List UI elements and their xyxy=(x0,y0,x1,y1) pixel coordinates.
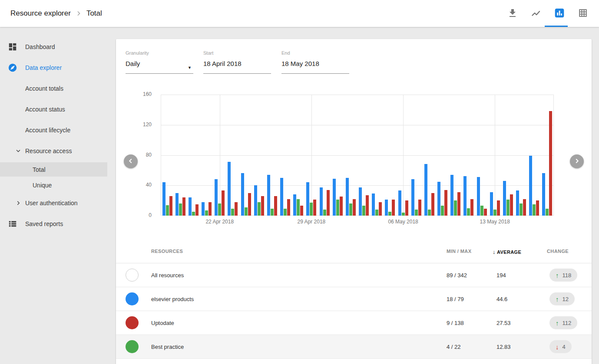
sidebar-item-label: Total xyxy=(33,166,46,173)
chevron-right-icon xyxy=(15,200,22,207)
chevron-right-icon xyxy=(74,9,83,18)
sidebar-item-saved-reports[interactable]: Saved reports xyxy=(0,213,107,234)
change-badge: ↑ 112 xyxy=(549,316,577,329)
table-row-best-practice[interactable]: Best practice 4 / 22 12.83 ↓ 4 xyxy=(116,335,592,359)
series-swatch[interactable] xyxy=(126,269,139,282)
chevron-left-icon xyxy=(127,157,134,166)
sidebar-item-label: Account totals xyxy=(25,85,63,92)
y-axis-tick-label: 40 xyxy=(129,182,152,188)
resource-name: All resources xyxy=(151,272,184,279)
bar-chart-plot xyxy=(161,95,554,216)
granularity-label: Granularity xyxy=(126,50,149,56)
header-average[interactable]: ↓ AVERAGE xyxy=(493,249,521,255)
sidebar-item-label: Unique xyxy=(33,182,52,189)
chart-scroll-right-button[interactable] xyxy=(570,154,584,168)
x-axis-tick-label: 22 Apr 2018 xyxy=(194,219,246,225)
sidebar-item-label: Dashboard xyxy=(25,43,55,50)
sidebar-item-total[interactable]: Total xyxy=(0,162,107,177)
dropdown-caret-icon: ▼ xyxy=(188,66,192,70)
change-value: 12 xyxy=(563,296,569,302)
resource-name: Uptodate xyxy=(151,320,174,326)
x-axis-tick-label: 06 May 2018 xyxy=(377,219,429,225)
sidebar-item-label: Data explorer xyxy=(25,64,62,71)
bar-chart-view-button[interactable] xyxy=(551,5,568,22)
sidebar: Dashboard Data explorer Account totals A… xyxy=(0,27,116,364)
table-row-elsevier-products[interactable]: elsevier products 18 / 79 44.6 ↑ 12 xyxy=(116,287,592,311)
sidebar-item-unique[interactable]: Unique xyxy=(0,178,107,192)
download-icon xyxy=(507,8,518,20)
start-date-field[interactable]: Start 18 April 2018 xyxy=(203,49,271,74)
arrow-up-icon: ↑ xyxy=(556,272,559,279)
chart-x-axis: 22 Apr 201829 Apr 201806 May 201813 May … xyxy=(161,219,554,226)
sidebar-item-resource-access[interactable]: Resource access xyxy=(0,141,107,161)
min-max-value: 9 / 138 xyxy=(447,320,464,326)
table-header: RESOURCES MIN / MAX ↓ AVERAGE CHANGE xyxy=(116,241,592,263)
sidebar-item-label: User authentication xyxy=(25,200,78,207)
average-value: 27.53 xyxy=(496,320,511,326)
end-date-value: 18 May 2018 xyxy=(281,60,319,67)
report-card: Granularity Daily ▼ Start 18 April 2018 … xyxy=(116,39,592,364)
min-max-value: 89 / 342 xyxy=(447,272,467,279)
top-bar: Resource explorer Total xyxy=(0,0,599,27)
change-badge: ↓ 4 xyxy=(549,340,572,353)
saved-reports-icon xyxy=(8,219,17,229)
sidebar-item-user-authentication[interactable]: User authentication xyxy=(0,193,107,213)
x-axis-tick-label: 29 Apr 2018 xyxy=(285,219,338,225)
breadcrumb: Resource explorer Total xyxy=(10,0,102,27)
series-swatch[interactable] xyxy=(126,316,139,329)
sidebar-item-account-lifecycle[interactable]: Account lifecycle xyxy=(0,120,107,141)
sidebar-item-data-explorer[interactable]: Data explorer xyxy=(0,57,107,78)
header-resources[interactable]: RESOURCES xyxy=(151,249,183,254)
sidebar-item-account-totals[interactable]: Account totals xyxy=(0,78,107,99)
arrow-up-icon: ↑ xyxy=(556,319,559,327)
arrow-down-icon: ↓ xyxy=(556,343,559,351)
average-value: 12.83 xyxy=(496,344,511,350)
table-view-button[interactable] xyxy=(574,5,592,22)
resource-name: elsevier products xyxy=(151,296,194,302)
granularity-value: Daily xyxy=(126,60,140,67)
chevron-right-icon xyxy=(573,157,580,166)
sidebar-item-dashboard[interactable]: Dashboard xyxy=(0,36,107,57)
header-min-max[interactable]: MIN / MAX xyxy=(447,249,471,254)
sidebar-item-label: Resource access xyxy=(25,148,72,154)
download-button[interactable] xyxy=(504,5,521,22)
active-view-indicator xyxy=(545,26,568,27)
sort-descending-icon: ↓ xyxy=(493,249,496,255)
y-axis-tick-label: 0 xyxy=(129,212,152,218)
change-badge: ↑ 12 xyxy=(549,292,575,305)
series-swatch[interactable] xyxy=(126,340,139,353)
arrow-up-icon: ↑ xyxy=(556,295,559,303)
change-value: 4 xyxy=(563,344,566,350)
table-grid-icon xyxy=(578,8,588,20)
sidebar-item-account-status[interactable]: Account status xyxy=(0,99,107,120)
explore-icon xyxy=(8,63,17,72)
start-date-value: 18 April 2018 xyxy=(203,60,242,67)
change-value: 118 xyxy=(563,272,572,279)
topbar-actions xyxy=(504,5,592,22)
series-swatch[interactable] xyxy=(126,292,139,305)
y-axis-tick-label: 160 xyxy=(129,91,152,97)
end-date-label: End xyxy=(281,50,290,56)
sidebar-item-label: Account lifecycle xyxy=(25,127,70,134)
min-max-value: 4 / 22 xyxy=(447,344,461,350)
change-badge: ↑ 118 xyxy=(549,269,577,282)
breadcrumb-section[interactable]: Resource explorer xyxy=(10,9,71,18)
average-value: 44.6 xyxy=(496,296,507,302)
sidebar-item-label: Account status xyxy=(25,106,65,113)
breadcrumb-page: Total xyxy=(86,9,102,18)
line-chart-icon xyxy=(531,8,541,20)
average-value: 194 xyxy=(496,272,506,279)
header-average-label: AVERAGE xyxy=(497,249,521,255)
header-change[interactable]: CHANGE xyxy=(547,249,569,254)
table-row-uptodate[interactable]: Uptodate 9 / 138 27.53 ↑ 112 xyxy=(116,311,592,335)
y-axis-tick-label: 120 xyxy=(129,121,152,128)
line-chart-view-button[interactable] xyxy=(527,5,545,22)
bar-chart-icon xyxy=(554,7,565,20)
end-date-field[interactable]: End 18 May 2018 xyxy=(281,49,349,74)
sidebar-item-label: Saved reports xyxy=(25,220,63,227)
table-row-all-resources[interactable]: All resources 89 / 342 194 ↑ 118 xyxy=(116,263,592,287)
dashboard-icon xyxy=(8,42,17,52)
chart-scroll-left-button[interactable] xyxy=(124,154,138,168)
granularity-select[interactable]: Granularity Daily ▼ xyxy=(126,49,193,74)
resource-name: Best practice xyxy=(151,344,184,350)
